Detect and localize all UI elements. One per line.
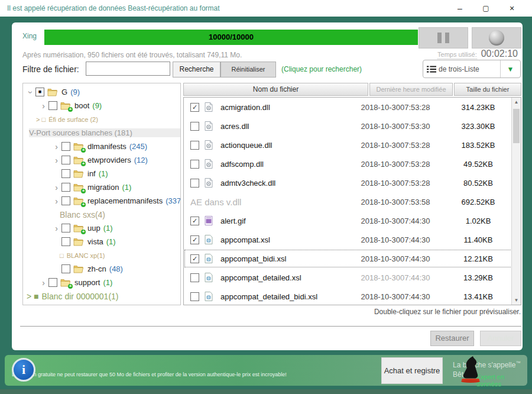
tree-item[interactable]: > □Éfi de surface (2) xyxy=(23,112,180,126)
beast-logo-icon xyxy=(458,355,484,385)
buy-register-button[interactable]: Achat et registre xyxy=(381,357,443,384)
stop-button[interactable] xyxy=(472,27,521,49)
main-panel: Xing 10000/10000 Après numérisation, 950… xyxy=(12,22,523,350)
column-header-name[interactable]: Nom du fichier xyxy=(183,83,368,96)
table-row[interactable]: ✓appcompat.xsl2018-10-3007:44:3011.40KB xyxy=(184,230,521,249)
checkbox[interactable] xyxy=(190,160,199,169)
file-name: appcompat_detailed.xsl xyxy=(220,273,346,282)
checkbox[interactable] xyxy=(61,169,70,178)
checkbox[interactable]: ✓ xyxy=(190,254,199,263)
chevron-right-icon[interactable]: › xyxy=(38,102,48,110)
dll-file-icon xyxy=(205,121,213,131)
checkbox[interactable] xyxy=(190,141,199,150)
pause-button[interactable] xyxy=(419,27,468,49)
elapsed-time: Temps utilisé: 00:02:10 xyxy=(437,49,518,59)
brand-tagline: Expert en données xyxy=(476,373,527,387)
scroll-down-arrow[interactable]: ▼ xyxy=(512,296,521,305)
chevron-right-icon[interactable]: › xyxy=(51,143,61,151)
xsl-file-icon xyxy=(205,292,213,301)
checkbox[interactable]: ■ xyxy=(35,88,44,96)
close-button[interactable]: × xyxy=(499,0,525,17)
tree-item[interactable]: › +replacementmanifests(337) xyxy=(23,194,180,208)
maximize-button[interactable]: ▢ xyxy=(473,0,499,17)
view-mode-dropdown[interactable]: de trois-Liste ▼ xyxy=(423,60,521,78)
chevron-right-icon[interactable]: › xyxy=(51,183,61,192)
tree-item-label: BLANC xp(1) xyxy=(67,252,105,259)
file-size: 12.21KB xyxy=(445,254,511,263)
chevron-right-icon[interactable]: › xyxy=(51,197,61,205)
column-header-date[interactable]: Dernière heure modifiée xyxy=(369,83,453,96)
file-name: AE dans v.dll xyxy=(190,197,346,207)
tree-item[interactable]: › +uup(1) xyxy=(23,221,180,235)
table-row[interactable]: adfscomp.dll2018-10-3007:53:2849.52KB xyxy=(184,154,521,173)
column-header-size[interactable]: Taille du fichier xyxy=(454,83,521,96)
tree-item[interactable]: zh-cn(48) xyxy=(23,262,180,276)
minimize-button[interactable]: – xyxy=(447,0,473,17)
chevron-right-icon[interactable]: › xyxy=(51,224,61,232)
checkbox[interactable] xyxy=(190,122,199,131)
cancel-button-disabled[interactable]: Annuler xyxy=(480,331,521,346)
dll-file-icon xyxy=(205,140,213,150)
table-row[interactable]: ✓acmigration.dll2018-10-3007:53:28314.23… xyxy=(184,98,521,117)
table-row[interactable]: AE dans v.dll2018-10-3007:53:58692.52KB xyxy=(184,192,521,211)
tree-item[interactable]: > ■Blanc dir 0000001(1) xyxy=(23,289,180,303)
tree-item[interactable]: › +dlmanifests(245) xyxy=(23,140,180,153)
folder-plus-icon: + xyxy=(73,224,84,232)
table-row[interactable]: ✓appcompat_bidi.xsl2018-10-3007:44:3012.… xyxy=(184,249,521,268)
reset-button[interactable]: Réinitialiser xyxy=(220,62,276,77)
tree-item[interactable]: □BLANC xp(1) xyxy=(23,248,180,262)
checkbox[interactable]: ✓ xyxy=(190,103,199,112)
checkbox[interactable] xyxy=(190,273,199,282)
checkbox[interactable] xyxy=(61,196,70,205)
tree-item[interactable]: vista(1) xyxy=(23,235,180,248)
filter-input[interactable] xyxy=(86,62,170,76)
tree-item[interactable]: ›■ G(9) xyxy=(23,85,180,99)
checkbox[interactable] xyxy=(61,224,70,232)
tree-item-count: (337) xyxy=(166,196,181,205)
tree-item[interactable]: inf(1) xyxy=(23,167,180,180)
file-name: alert.gif xyxy=(220,217,346,225)
file-name: appcompat_detailed_bidi.xsl xyxy=(220,292,346,301)
table-row[interactable]: ✓alert.gif2018-10-3007:44:301.02KB xyxy=(184,211,521,230)
table-row[interactable]: acres.dll2018-10-3007:53:30323.30KB xyxy=(184,117,521,135)
table-row[interactable]: admtv3check.dll2018-10-3007:53:2880.52KB xyxy=(184,173,521,192)
table-row[interactable]: appcompat_detailed.xsl2018-10-3007:44:30… xyxy=(184,268,521,287)
checkbox[interactable] xyxy=(61,183,70,192)
chevron-right-icon[interactable]: › xyxy=(38,279,48,287)
checkbox[interactable] xyxy=(48,278,57,287)
checkbox[interactable] xyxy=(61,264,70,273)
checkbox[interactable] xyxy=(61,156,70,164)
tree-item[interactable]: › +etwproviders(12) xyxy=(23,153,180,167)
tree-item[interactable]: V-Port sources blanches (181) xyxy=(23,126,180,140)
file-list: ✓acmigration.dll2018-10-3007:53:28314.23… xyxy=(183,97,521,305)
chevron-down-icon[interactable]: ▼ xyxy=(500,60,520,77)
checkbox[interactable] xyxy=(61,142,70,151)
free-version-notice: La version gratuite ne peut restaurer qu… xyxy=(12,372,290,377)
tree-item-label: replacementmanifests xyxy=(87,196,163,205)
tree-item-count: (1) xyxy=(103,278,112,287)
checkbox[interactable]: ✓ xyxy=(190,217,199,225)
search-button[interactable]: Recherche xyxy=(173,62,220,77)
checkbox[interactable] xyxy=(190,179,199,188)
xsl-file-icon xyxy=(205,254,213,263)
scroll-thumb[interactable] xyxy=(513,109,520,143)
restore-button[interactable]: Restaurer xyxy=(430,331,474,346)
table-row[interactable]: appcompat_detailed_bidi.xsl2018-10-3007:… xyxy=(184,287,521,305)
chevron-right-icon[interactable]: › xyxy=(51,156,61,164)
tree-item-count: (1) xyxy=(122,183,131,192)
chevron-down-icon[interactable]: › xyxy=(27,87,35,97)
vertical-scrollbar[interactable]: ▲ ▼ xyxy=(511,98,521,305)
checkbox[interactable]: ✓ xyxy=(190,235,199,244)
checkbox[interactable] xyxy=(48,101,57,110)
tree-item[interactable]: › +migration(1) xyxy=(23,180,180,194)
checkbox[interactable] xyxy=(190,292,199,301)
checkbox[interactable] xyxy=(61,237,70,246)
tree-item[interactable]: Blanc sxs(4) xyxy=(23,208,180,221)
file-size: 1.02KB xyxy=(445,217,511,225)
info-icon: i xyxy=(12,358,35,382)
tree-item[interactable]: › +boot(9) xyxy=(23,99,180,112)
scroll-up-arrow[interactable]: ▲ xyxy=(512,98,521,106)
table-row[interactable]: actionqueue.dll2018-10-3007:53:28183.52K… xyxy=(184,135,521,154)
file-size: 13.29KB xyxy=(445,273,511,282)
tree-item[interactable]: › +support(1) xyxy=(23,276,180,289)
